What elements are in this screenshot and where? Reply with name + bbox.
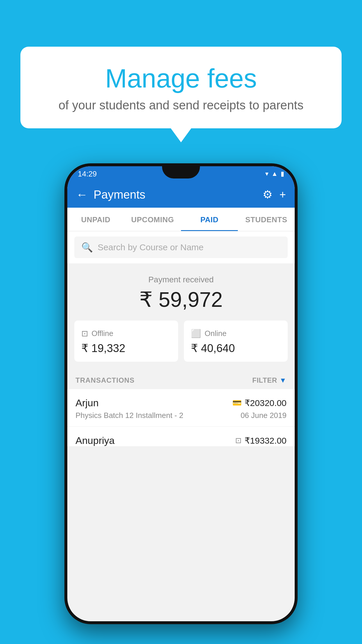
filter-label: FILTER [252,376,277,384]
status-bar: 14:29 ▾ ▲ ▮ [67,166,295,181]
student-name: Anupriya [75,435,115,446]
offline-icon: ⊡ [81,329,88,338]
search-icon: 🔍 [81,242,93,253]
transaction-row1: Arjun 💳 ₹20320.00 [75,397,287,409]
amount-value: ₹19332.00 [245,435,287,446]
offline-card-header: ⊡ Offline [81,329,171,338]
status-time: 14:29 [78,169,97,178]
signal-icon: ▲ [271,170,278,178]
transaction-row1: Anupriya ⊡ ₹19332.00 [75,435,287,446]
filter-button[interactable]: FILTER ▼ [252,376,287,384]
student-name: Arjun [75,397,99,409]
wifi-icon: ▾ [265,170,268,178]
speech-bubble-subtext: of your students and send receipts to pa… [38,98,324,112]
transactions-label: TRANSACTIONS [75,376,135,384]
notch [162,166,200,178]
transaction-date: 06 June 2019 [240,411,287,420]
app-title: Payments [94,188,263,201]
plus-icon[interactable]: + [280,188,286,201]
offline-label: Offline [92,329,113,338]
tab-upcoming[interactable]: UPCOMING [124,208,181,231]
online-icon: ⬜ [191,329,201,338]
tab-students[interactable]: STUDENTS [238,208,295,231]
content-area: 🔍 Search by Course or Name Payment recei… [67,231,295,446]
table-row[interactable]: Arjun 💳 ₹20320.00 Physics Batch 12 Insta… [67,389,295,427]
payment-type-icon: 💳 [232,398,242,407]
payment-received-section: Payment received ₹ 59,972 [67,263,295,321]
tab-paid[interactable]: PAID [181,208,238,231]
battery-icon: ▮ [281,170,284,178]
search-placeholder-text: Search by Course or Name [98,242,204,252]
transaction-row2: Physics Batch 12 Installment - 2 06 June… [75,411,287,420]
online-card: ⬜ Online ₹ 40,640 [184,321,288,362]
transactions-header: TRANSACTIONS FILTER ▼ [67,370,295,389]
transaction-amount: 💳 ₹20320.00 [232,398,287,408]
tabs-bar: UNPAID UPCOMING PAID STUDENTS [67,208,295,231]
payment-type-icon: ⊡ [235,436,242,445]
transaction-list: Arjun 💳 ₹20320.00 Physics Batch 12 Insta… [67,389,295,446]
search-container: 🔍 Search by Course or Name [67,231,295,263]
tab-unpaid[interactable]: UNPAID [67,208,124,231]
filter-icon: ▼ [280,376,287,384]
gear-icon[interactable]: ⚙ [263,188,273,201]
status-icons: ▾ ▲ ▮ [265,170,284,178]
offline-card: ⊡ Offline ₹ 19,332 [74,321,178,362]
table-row[interactable]: Anupriya ⊡ ₹19332.00 [67,427,295,446]
payment-cards-row: ⊡ Offline ₹ 19,332 ⬜ Online ₹ 40,640 [74,321,288,362]
speech-bubble-heading: Manage fees [38,64,324,93]
offline-amount: ₹ 19,332 [81,342,171,355]
phone-screen: 14:29 ▾ ▲ ▮ ← Payments ⚙ + UNPAID UPCOMI… [67,166,295,621]
app-bar-actions: ⚙ + [263,188,286,201]
back-button[interactable]: ← [76,188,88,201]
online-label: Online [205,329,226,338]
speech-bubble: Manage fees of your students and send re… [20,47,342,128]
payment-received-amount: ₹ 59,972 [67,287,295,312]
online-card-header: ⬜ Online [191,329,281,338]
search-box[interactable]: 🔍 Search by Course or Name [74,237,288,258]
course-info: Physics Batch 12 Installment - 2 [75,411,183,420]
online-amount: ₹ 40,640 [191,342,281,355]
phone-frame: 14:29 ▾ ▲ ▮ ← Payments ⚙ + UNPAID UPCOMI… [64,163,298,624]
app-bar: ← Payments ⚙ + [67,181,295,208]
amount-value: ₹20320.00 [245,398,287,408]
payment-received-label: Payment received [67,275,295,284]
transaction-amount: ⊡ ₹19332.00 [235,435,287,446]
